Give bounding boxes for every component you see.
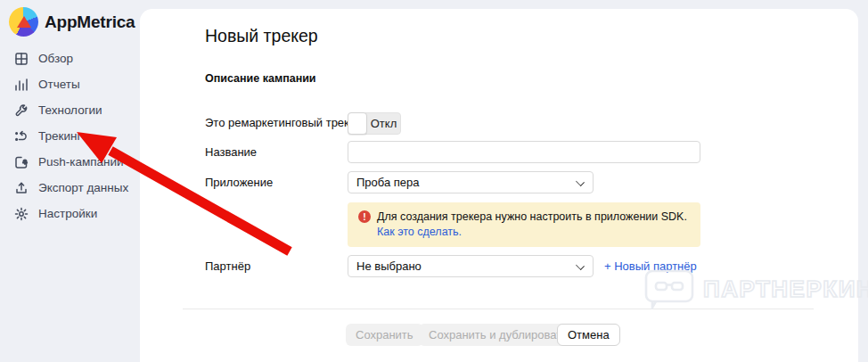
sidebar-item-label: Push-кампании bbox=[38, 155, 124, 169]
new-partner-link[interactable]: + Новый партнёр bbox=[604, 259, 697, 273]
save-and-duplicate-button[interactable]: Сохранить и дублировать bbox=[419, 324, 577, 346]
remarketing-label: Это ремаркетинговый трекер bbox=[205, 116, 362, 129]
sidebar-item-push-campaigns[interactable]: Push-кампании bbox=[0, 149, 140, 175]
gear-icon bbox=[14, 207, 29, 221]
sidebar-item-reports[interactable]: Отчеты bbox=[0, 71, 140, 97]
name-label: Название bbox=[205, 145, 257, 159]
application-selected-value: Проба пера bbox=[356, 176, 420, 189]
form-divider bbox=[183, 309, 814, 309]
sidebar-item-settings[interactable]: Настройки bbox=[0, 201, 140, 226]
sidebar-item-overview[interactable]: Обзор bbox=[0, 45, 140, 71]
error-icon: ! bbox=[358, 210, 371, 223]
sidebar-item-label: Технологии bbox=[38, 103, 102, 117]
appmetrica-logo[interactable]: AppMetrica bbox=[9, 7, 135, 37]
toggle-knob bbox=[348, 112, 367, 135]
push-bell-icon bbox=[14, 155, 29, 169]
partner-label: Партнёр bbox=[205, 259, 250, 273]
wrench-icon bbox=[14, 103, 29, 118]
sidebar-item-label: Настройки bbox=[38, 207, 97, 220]
sidebar-item-technologies[interactable]: Технологии bbox=[0, 97, 140, 123]
chevron-down-icon bbox=[577, 177, 585, 185]
bar-chart-icon bbox=[14, 78, 29, 92]
tracking-icon bbox=[14, 129, 29, 144]
grid-icon bbox=[14, 52, 29, 66]
appmetrica-logo-icon bbox=[9, 7, 38, 37]
sidebar-item-label: Обзор bbox=[38, 52, 73, 65]
sidebar-item-tracking[interactable]: Трекинг bbox=[0, 123, 140, 149]
sidebar-item-label: Отчеты bbox=[38, 78, 80, 91]
toggle-state-label: Откл bbox=[367, 113, 400, 134]
app-name: AppMetrica bbox=[45, 12, 135, 32]
sidebar-item-export-data[interactable]: Экспорт данных bbox=[0, 175, 140, 201]
sidebar: AppMetrica Обзор Отчеты Технологии bbox=[0, 0, 140, 362]
sidebar-nav: Обзор Отчеты Технологии Трекинг bbox=[0, 45, 140, 226]
application-label: Приложение bbox=[205, 176, 273, 189]
partner-select[interactable]: Не выбрано bbox=[348, 255, 594, 277]
sdk-warning-text: Для создания трекера нужно настроить в п… bbox=[377, 210, 687, 225]
section-label: Описание кампании bbox=[205, 72, 316, 85]
remarketing-toggle[interactable]: Откл bbox=[348, 112, 401, 135]
name-input[interactable] bbox=[348, 141, 700, 163]
save-button[interactable]: Сохранить bbox=[346, 324, 423, 346]
page-title: Новый трекер bbox=[205, 26, 318, 46]
application-select[interactable]: Проба пера bbox=[348, 171, 594, 193]
sidebar-item-label: Трекинг bbox=[38, 129, 81, 143]
sidebar-item-label: Экспорт данных bbox=[38, 181, 128, 194]
partner-selected-value: Не выбрано bbox=[356, 259, 422, 273]
cancel-button[interactable]: Отмена bbox=[557, 324, 620, 346]
chevron-down-icon bbox=[577, 261, 585, 269]
sdk-warning-box: ! Для создания трекера нужно настроить в… bbox=[348, 202, 700, 247]
how-to-link[interactable]: Как это сделать. bbox=[377, 226, 462, 238]
main-panel: Новый трекер Описание кампании Это ремар… bbox=[140, 9, 858, 362]
export-icon bbox=[14, 181, 29, 195]
